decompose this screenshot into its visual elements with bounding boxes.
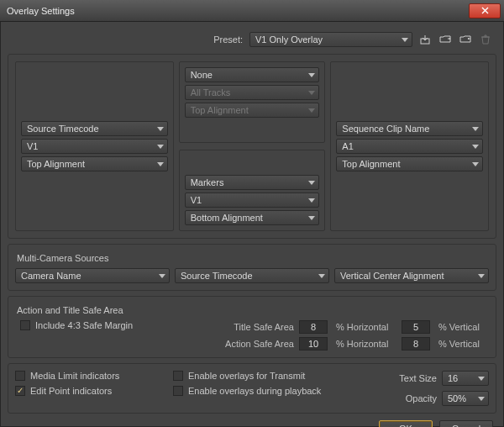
pos-right-track-select[interactable]: A1	[336, 139, 483, 154]
pos-top-cell: None All Tracks Top Alignment	[179, 61, 326, 143]
chevron-down-icon	[308, 181, 315, 185]
pos-bottom-align-select[interactable]: Bottom Alignment	[185, 210, 320, 225]
pos-bottom-cell: Markers V1 Bottom Alignment	[179, 150, 326, 231]
pos-bottom-track-select[interactable]: V1	[185, 192, 320, 208]
preset-export-button[interactable]	[458, 32, 473, 47]
checkbox-icon	[173, 371, 183, 381]
edit-point-checkbox[interactable]: ✓ Edit Point indicators	[15, 386, 166, 396]
action-h-input[interactable]: 10	[299, 337, 328, 351]
close-icon	[481, 7, 489, 14]
playback-label: Enable overlays during playback	[188, 386, 321, 396]
pos-top-track-select[interactable]: All Tracks	[185, 85, 320, 100]
pos-left-track-select[interactable]: V1	[21, 139, 168, 154]
vpct-label-1: % Vertical	[438, 322, 489, 332]
pos-left-align-select[interactable]: Top Alignment	[21, 156, 168, 171]
checkbox-icon	[173, 386, 183, 396]
checkbox-icon	[20, 320, 30, 330]
pos-left-cell: Source Timecode V1 Top Alignment	[15, 61, 174, 231]
media-limit-label: Media Limit indicators	[30, 371, 119, 381]
window-close-button[interactable]	[469, 3, 501, 18]
positions-grid: Source Timecode V1 Top Alignment None Al…	[15, 61, 489, 231]
pos-top-align-select[interactable]: Top Alignment	[185, 103, 320, 118]
preset-delete-button[interactable]	[478, 32, 493, 47]
bottom-panel: Media Limit indicators ✓ Edit Point indi…	[8, 363, 496, 414]
chevron-down-icon	[308, 91, 315, 95]
checkbox-checked-icon: ✓	[15, 386, 25, 396]
pos-right-type-select[interactable]: Sequence Clip Name	[336, 121, 483, 136]
safe-area-panel: Action and Title Safe Area Include 4:3 S…	[8, 296, 496, 358]
titlebar: Overlay Settings	[0, 0, 504, 22]
pos-top-type-select[interactable]: None	[185, 67, 320, 82]
hpct-label-1: % Horizontal	[336, 322, 396, 332]
dialog-body: Preset: V1 Only Overlay Source Timecode …	[0, 22, 504, 427]
chevron-down-icon	[308, 216, 315, 220]
pos-bottom-type-select[interactable]: Markers	[185, 175, 320, 190]
preset-label: Preset:	[201, 34, 243, 45]
action-safe-label: Action Safe Area	[218, 339, 294, 349]
text-size-row: Text Size 16	[399, 371, 489, 386]
opacity-row: Opacity 50%	[406, 391, 489, 406]
multicam-name-select[interactable]: Camera Name	[15, 268, 170, 283]
preset-row: Preset: V1 Only Overlay	[8, 32, 493, 47]
opacity-select[interactable]: 50%	[442, 391, 489, 406]
multicam-tc-select[interactable]: Source Timecode	[175, 268, 329, 283]
chevron-down-icon	[159, 274, 165, 278]
chevron-down-icon	[478, 377, 485, 381]
preset-select[interactable]: V1 Only Overlay	[249, 32, 412, 47]
playback-checkbox[interactable]: Enable overlays during playback	[173, 386, 341, 396]
chevron-down-icon	[472, 127, 479, 131]
checkbox-icon	[15, 371, 25, 381]
chevron-down-icon	[472, 162, 479, 166]
edit-point-label: Edit Point indicators	[30, 386, 112, 396]
multicam-align-select[interactable]: Vertical Center Alignment	[334, 268, 489, 283]
pos-right-cell: Sequence Clip Name A1 Top Alignment	[330, 61, 489, 231]
pos-middle-column: None All Tracks Top Alignment Markers V1…	[179, 61, 326, 231]
include-43-checkbox[interactable]: Include 4:3 Safe Margin	[20, 320, 133, 330]
opacity-label: Opacity	[406, 393, 437, 403]
multicam-row: Camera Name Source Timecode Vertical Cen…	[15, 268, 489, 283]
hpct-label-2: % Horizontal	[336, 339, 396, 349]
title-safe-label: Title Safe Area	[218, 322, 294, 332]
pos-left-type-select[interactable]: Source Timecode	[21, 121, 168, 136]
cancel-button[interactable]: Cancel	[439, 420, 493, 427]
save-icon	[419, 34, 431, 45]
folder-in-icon	[439, 34, 452, 45]
chevron-down-icon	[157, 127, 164, 131]
preset-save-button[interactable]	[417, 32, 433, 47]
window-title: Overlay Settings	[7, 6, 469, 16]
multicam-panel: Multi-Camera Sources Camera Name Source …	[8, 244, 496, 291]
positions-panel: Source Timecode V1 Top Alignment None Al…	[8, 54, 496, 239]
title-v-input[interactable]: 5	[402, 320, 430, 334]
ok-button[interactable]: OK	[379, 420, 433, 427]
media-limit-checkbox[interactable]: Media Limit indicators	[15, 371, 166, 381]
chevron-down-icon	[308, 73, 315, 77]
safe-area-values: Title Safe Area 8 % Horizontal 5 % Verti…	[218, 320, 489, 351]
chevron-down-icon	[478, 397, 485, 401]
chevron-down-icon	[308, 198, 315, 203]
chevron-down-icon	[478, 274, 485, 278]
pos-right-align-select[interactable]: Top Alignment	[336, 156, 483, 171]
multicam-heading: Multi-Camera Sources	[17, 253, 489, 263]
chevron-down-icon	[157, 162, 164, 166]
chevron-down-icon	[308, 108, 315, 113]
trash-icon	[480, 34, 491, 45]
transmit-checkbox[interactable]: Enable overlays for Transmit	[173, 371, 341, 381]
title-h-input[interactable]: 8	[299, 320, 328, 334]
chevron-down-icon	[472, 145, 479, 149]
chevron-down-icon	[318, 274, 325, 278]
chevron-down-icon	[402, 38, 408, 42]
folder-out-icon	[459, 34, 472, 45]
preset-value: V1 Only Overlay	[255, 34, 323, 45]
chevron-down-icon	[157, 145, 164, 149]
include-43-label: Include 4:3 Safe Margin	[35, 320, 133, 330]
dialog-footer: OK Cancel	[8, 420, 496, 427]
transmit-label: Enable overlays for Transmit	[188, 371, 305, 381]
safe-area-heading: Action and Title Safe Area	[17, 305, 489, 315]
text-size-select[interactable]: 16	[442, 371, 489, 386]
text-size-label: Text Size	[399, 373, 437, 383]
preset-import-button[interactable]	[438, 32, 453, 47]
action-v-input[interactable]: 8	[402, 337, 430, 351]
vpct-label-2: % Vertical	[438, 339, 489, 349]
